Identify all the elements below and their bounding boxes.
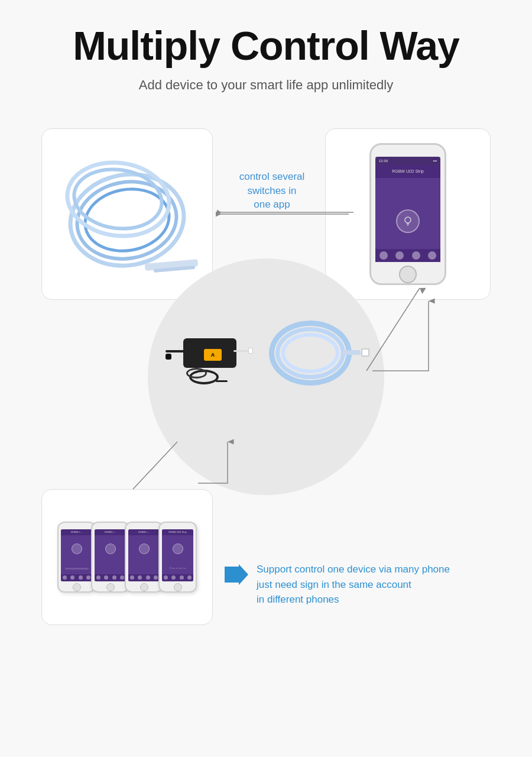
- led-card-content: [42, 129, 212, 299]
- card-multi-phones: RGBW L... RGBW L... RGBW L...: [41, 489, 213, 625]
- mini-home-4: [174, 583, 182, 591]
- main-title: Multiply Control Way: [73, 24, 459, 68]
- mini-top-bar-4: RGBW LED Strip: [162, 529, 193, 535]
- mini-home-2: [106, 583, 115, 591]
- mini-top-bar-2: RGBW L...: [95, 529, 126, 535]
- control-label: control several switches in one app: [219, 170, 325, 212]
- mini-screen-4: RGBW LED Strip Press to turn on: [162, 529, 193, 581]
- mini-top-bar-3: RGBW L...: [128, 529, 160, 535]
- mini-icon-1: [72, 544, 82, 554]
- diagram-area: control several switches in one app 12:3…: [24, 122, 508, 643]
- mini-icon-4: [173, 544, 183, 554]
- subtitle: Add device to your smart life app unlimi…: [139, 77, 393, 93]
- blue-arrow-icon: [225, 564, 248, 585]
- phone-device: 12:30 ▪▪▪ RGBW LED Strip Press to turn o…: [369, 143, 446, 285]
- phone-bulb-icon: [396, 209, 420, 233]
- svg-rect-5: [407, 223, 409, 225]
- mini-top-bar-1: RGBW L...: [61, 529, 92, 535]
- ps-body: A: [183, 338, 236, 368]
- mini-screen-3: RGBW L...: [128, 529, 160, 581]
- phone-status-bar: 12:30 ▪▪▪: [375, 157, 440, 165]
- mini-phone-1: RGBW L...: [57, 522, 96, 593]
- led-coil-stack: [56, 155, 198, 273]
- phone-home-btn: [399, 266, 417, 283]
- support-label: Support control one device via many phon…: [257, 562, 450, 607]
- multi-phones-container: RGBW L... RGBW L... RGBW L...: [51, 516, 203, 599]
- svg-line-2: [133, 442, 177, 489]
- support-section: Support control one device via many phon…: [225, 562, 450, 607]
- mini-icon-2: [105, 544, 116, 554]
- mini-screen-1: RGBW L...: [61, 529, 92, 581]
- mini-phone-2: RGBW L...: [91, 522, 129, 593]
- center-device: A: [177, 318, 355, 389]
- card-led-strips: [41, 128, 213, 300]
- card-phone: 12:30 ▪▪▪ RGBW LED Strip Press to turn o…: [325, 128, 491, 300]
- phone-bottom-nav: [375, 249, 440, 262]
- phone-body: 12:30 ▪▪▪ RGBW LED Strip Press to turn o…: [369, 143, 446, 285]
- mini-screen-2: RGBW L...: [95, 529, 126, 581]
- mini-home-3: [140, 583, 148, 591]
- mini-phone-4: RGBW LED Strip Press to turn on: [158, 522, 197, 593]
- mini-home-1: [73, 583, 81, 591]
- power-supply: A: [177, 332, 248, 374]
- svg-marker-7: [225, 564, 248, 585]
- ps-label: A: [204, 349, 222, 361]
- phone-top-bar: RGBW LED Strip: [375, 165, 440, 178]
- strip-coil-center: [266, 318, 355, 389]
- mini-phone-3: RGBW L...: [125, 522, 163, 593]
- mini-icon-3: [139, 544, 150, 554]
- phone-screen: 12:30 ▪▪▪ RGBW LED Strip Press to turn o…: [375, 157, 440, 262]
- svg-point-4: [405, 217, 411, 223]
